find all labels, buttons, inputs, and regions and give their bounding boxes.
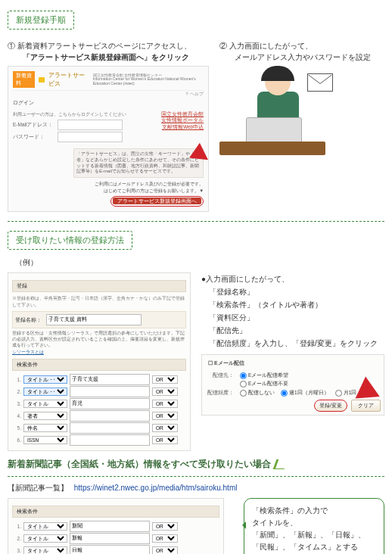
condition-row: 6.ISSNOR	[12, 434, 186, 446]
bullets-lead: ●入力画面にしたがって、	[201, 272, 384, 285]
field-select[interactable]: タイトル・件名	[23, 387, 67, 396]
email-delivery-panel: ☐ Eメール配信 配信先： Eメール配信希望 Eメール配信不要 配信頻度： 配信…	[201, 354, 384, 416]
row-num: 1.	[12, 377, 21, 382]
row-num: 2.	[12, 389, 21, 394]
condition-row: 5.件名OR	[12, 422, 186, 434]
register-head: 登録	[12, 280, 186, 292]
alert-icon	[39, 77, 45, 82]
foot2: はじめてご利用の方はご登録をお願いします。▼	[13, 188, 204, 195]
b1: 「登録名称」	[209, 288, 254, 296]
register-form-panel: 登録 ※登録名称は、半角英数字・記号・日本語（漢字、全角カナ・かな）のみ下記で登…	[8, 272, 191, 450]
condition-row: 4.著者OR	[12, 410, 186, 422]
freq-opt3[interactable]: 月1回	[335, 390, 357, 397]
checks-note: 登録する区分は「女性情報シソーラス」で用語選択の参考にしていただけます。下記の必…	[12, 331, 186, 348]
tip-callout: 「検索条件」の入力で タイトルを、 「新聞」、「新報」、「日報」、 「民報」、「…	[244, 498, 384, 554]
news-link-url[interactable]: https://winet2.nwec.go.jp/media/htm/sair…	[74, 484, 238, 492]
value-input[interactable]	[70, 521, 150, 532]
op-select[interactable]: OR	[152, 400, 178, 408]
register-button[interactable]: アラートサービス新規登録画面へ	[113, 198, 201, 204]
freq-opt2[interactable]: 週1回（月曜日）	[281, 390, 329, 397]
op-select[interactable]: OR	[152, 436, 178, 444]
op-select[interactable]: OR	[152, 534, 178, 543]
help-link[interactable]: ？ ヘルプ	[13, 91, 204, 98]
b5: 「配信頻度」を入力し、「登録/変更」をクリック	[209, 339, 378, 347]
step1-num: ①	[8, 42, 15, 50]
email-label: E-Mailアドレス：	[13, 122, 54, 129]
example-label: （例）	[15, 257, 384, 268]
regname-input[interactable]	[46, 314, 142, 325]
field-select[interactable]: タイトル	[23, 400, 67, 408]
heading-register-method: 受け取りたい情報の登録方法	[8, 231, 132, 250]
b4: 「配信先」	[209, 326, 247, 335]
field-select[interactable]: ISSN	[23, 436, 67, 444]
brand-title: アラートサービス	[48, 71, 86, 88]
value-input[interactable]	[70, 374, 150, 385]
condition-row: 2.タイトルOR	[12, 533, 219, 544]
step1-l2: 「アラートサービス新規登録画面へ」をクリック	[23, 53, 189, 61]
login-head: ログイン	[13, 99, 204, 107]
field-select[interactable]: タイトル	[23, 546, 67, 554]
condition-row: 1.タイトルOR	[12, 521, 219, 532]
step1-text: ① 新着資料アラートサービスのページにアクセスし、 「アラートサービス新規登録画…	[8, 40, 209, 63]
password-label: パスワード：	[13, 134, 54, 141]
login-note: 利用ユーザーの方は、こちらからログインしてください	[13, 111, 155, 118]
newspaper-conditions-panel: 検索条件 1.タイトルOR2.タイトルOR3.タイトルOR4.タイトルOR5.タ…	[8, 498, 224, 554]
link3[interactable]: 文献情報Web申込	[161, 124, 204, 130]
input-instruction-list: ●入力画面にしたがって、 「登録名称」 「検索条件」（タイトルや著者） 「資料区…	[201, 272, 384, 350]
mail-head-text: Eメール配信	[214, 360, 244, 366]
value-input[interactable]	[70, 398, 150, 409]
condition-row: 1.タイトル・件名OR	[12, 374, 186, 385]
service-note: 「アラートサービス」は、国立の女性「キーワード」や「著者」などあらかじめ設定した…	[73, 148, 204, 178]
value-input[interactable]	[70, 434, 150, 446]
link2[interactable]: 女性情報ポータル	[161, 117, 204, 123]
row-num: 6.	[12, 437, 21, 443]
step2-l2: メールアドレス入力やパスワードを設定	[235, 53, 371, 61]
op-select[interactable]: OR	[152, 546, 178, 554]
envelope-icon	[307, 73, 333, 92]
value-input[interactable]	[70, 545, 150, 554]
link1[interactable]: 国立女性教育会館	[161, 111, 204, 117]
op-select[interactable]: OR	[152, 424, 178, 432]
brand-badge: 新着資料	[13, 71, 35, 88]
field-select[interactable]: タイトル	[23, 522, 67, 531]
c3: 「新聞」、「新報」、「日報」、	[252, 529, 376, 541]
register-button-highlight: アラートサービス新規登録画面へ	[110, 196, 204, 207]
value-input[interactable]	[70, 386, 150, 397]
op-select[interactable]: OR	[152, 522, 178, 531]
password-field[interactable]	[58, 132, 123, 142]
op-select[interactable]: OR	[152, 387, 178, 396]
dest-opt1[interactable]: Eメール配信希望	[240, 372, 288, 379]
row-num: 3.	[12, 548, 21, 553]
field-select[interactable]: タイトル	[23, 534, 67, 543]
op-select[interactable]: OR	[152, 375, 178, 384]
cond-head: 検索条件	[12, 359, 186, 371]
row-num: 1.	[12, 524, 21, 529]
field-select[interactable]: タイトル・件名	[23, 375, 67, 384]
login-panel: 新着資料 アラートサービス 国立女性教育会館 女性教育情報センター Inform…	[8, 66, 209, 212]
op-select[interactable]: OR	[152, 412, 178, 420]
dest-opt2[interactable]: Eメール配信不要	[240, 381, 288, 387]
field-select[interactable]: 著者	[23, 412, 67, 420]
row-num: 4.	[12, 413, 21, 419]
submit-button[interactable]: 登録/変更	[314, 400, 347, 412]
field-select[interactable]: 件名	[23, 424, 67, 432]
divider	[8, 476, 384, 477]
dest-label: 配信先：	[205, 372, 234, 379]
email-field[interactable]	[58, 120, 123, 130]
condition-row: 2.タイトル・件名OR	[12, 386, 186, 397]
c1: 「検索条件」の入力で	[252, 505, 376, 517]
value-input[interactable]	[70, 533, 150, 544]
c2: タイトルを、	[252, 517, 376, 529]
news-link-label: 【新聞記事一覧】	[8, 484, 68, 492]
value-input[interactable]	[70, 410, 150, 422]
b3: 「資料区分」	[209, 313, 254, 322]
value-input[interactable]	[70, 422, 150, 434]
divider	[8, 221, 384, 222]
regname-label: 登録名称：	[15, 316, 42, 324]
b2: 「検索条件」（タイトルや著者）	[209, 300, 322, 309]
c4: 「民報」、「タイムス」とする	[252, 541, 376, 553]
brand-org-sub: Information Center for Women's Education…	[93, 76, 196, 86]
thesaurus-link[interactable]: シソーラスとは	[12, 349, 186, 356]
row-num: 2.	[12, 536, 21, 541]
freq-opt1[interactable]: 配信しない	[240, 390, 275, 397]
